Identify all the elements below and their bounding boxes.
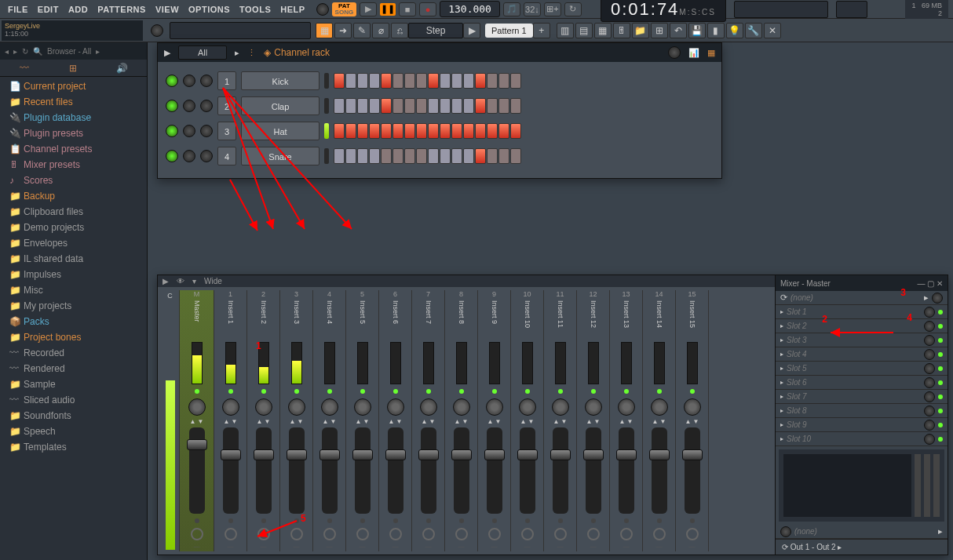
step-0-3[interactable]: [369, 73, 380, 89]
fx-slot-3[interactable]: ▸Slot 3: [776, 333, 948, 347]
menu-view[interactable]: VIEW: [151, 2, 184, 17]
fx-slot-2[interactable]: ▸Slot 2: [776, 319, 948, 333]
input-knob[interactable]: [932, 293, 943, 304]
slot-mix-knob[interactable]: [924, 434, 935, 445]
slot-arrow[interactable]: ▸: [780, 322, 783, 329]
channel-name-2[interactable]: Hat: [241, 122, 319, 140]
browser-tab-3[interactable]: 🔊: [98, 60, 147, 76]
track-mute[interactable]: [558, 518, 563, 523]
arrow-down-icon[interactable]: ▼: [429, 418, 436, 425]
menu-patterns[interactable]: PATTERNS: [93, 2, 151, 17]
arrow-down-icon[interactable]: ▼: [298, 418, 304, 425]
tool-delete[interactable]: ⎌: [391, 23, 408, 38]
tool-render[interactable]: ▮: [707, 23, 725, 38]
track-fader[interactable]: [223, 427, 239, 514]
track-send[interactable]: [191, 528, 203, 540]
step-2-10[interactable]: [451, 123, 462, 139]
play-button[interactable]: ▶: [360, 2, 377, 16]
arrow-down-icon[interactable]: ▼: [396, 418, 403, 425]
pattern-timeline[interactable]: [170, 22, 311, 39]
step-0-13[interactable]: [487, 73, 498, 89]
browser-item-8[interactable]: 📁Clipboard files: [0, 204, 147, 220]
track-fader[interactable]: [421, 427, 436, 514]
browser-item-2[interactable]: 🔌Plugin database: [0, 110, 147, 125]
mixer-wide-label[interactable]: Wide: [204, 277, 222, 285]
track-pan[interactable]: [618, 398, 635, 416]
step-2-4[interactable]: [381, 123, 392, 139]
track-mute[interactable]: [294, 518, 299, 523]
channel-vol-1[interactable]: [200, 100, 213, 112]
channel-vol-0[interactable]: [200, 75, 213, 87]
track-send[interactable]: [620, 528, 633, 540]
step-1-0[interactable]: [334, 98, 345, 114]
step-2-0[interactable]: [334, 123, 345, 139]
arrow-up-icon[interactable]: ▲: [586, 418, 593, 425]
step-2-14[interactable]: [498, 123, 509, 139]
slot-arrow[interactable]: ▸: [780, 421, 783, 428]
tool-undo[interactable]: ↶: [670, 23, 687, 38]
step-0-4[interactable]: [381, 73, 392, 89]
track-send[interactable]: [587, 528, 600, 540]
pat-song-toggle[interactable]: PAT SONG: [332, 2, 357, 16]
browser-item-15[interactable]: 📦Packs: [0, 314, 147, 329]
step-0-2[interactable]: [357, 73, 368, 89]
arrow-up-icon[interactable]: ▲: [389, 418, 395, 425]
tempo-display[interactable]: 130.000: [440, 1, 500, 17]
track-fader[interactable]: [586, 427, 601, 514]
channel-num-0[interactable]: 1: [217, 71, 236, 90]
arrow-down-icon[interactable]: ▼: [495, 418, 502, 425]
mixer-close[interactable]: ✕: [937, 279, 943, 288]
step-3-2[interactable]: [357, 148, 368, 164]
track-fader[interactable]: [322, 427, 338, 514]
cr-swing-knob[interactable]: [668, 46, 681, 59]
slot-enable-led[interactable]: [938, 395, 943, 399]
track-mute[interactable]: [624, 518, 629, 523]
track-send[interactable]: [686, 528, 699, 540]
channel-vol-2[interactable]: [200, 125, 213, 137]
browser-item-0[interactable]: 📄Current project: [0, 78, 147, 94]
browser-item-23[interactable]: 📁Templates: [0, 439, 147, 455]
browser-tab-2[interactable]: ⊞: [49, 60, 97, 76]
track-fader[interactable]: [454, 427, 469, 514]
track-pan[interactable]: [387, 398, 404, 416]
arrow-down-icon[interactable]: ▼: [462, 418, 469, 425]
tool-save[interactable]: 💾: [688, 23, 706, 38]
step-1-12[interactable]: [475, 98, 486, 114]
track-fx[interactable]: —: [294, 543, 300, 550]
metronome-button[interactable]: 🎵: [503, 2, 520, 16]
channel-pan-0[interactable]: [183, 75, 195, 87]
track-enable[interactable]: [624, 389, 629, 394]
slot-enable-led[interactable]: [938, 366, 943, 371]
track-fader[interactable]: [355, 427, 371, 514]
browser-expand[interactable]: ▸: [96, 47, 100, 56]
track-pan[interactable]: [651, 398, 668, 416]
track-send[interactable]: [488, 528, 501, 540]
view-plugin[interactable]: ⊞: [651, 23, 668, 38]
step-2-8[interactable]: [428, 123, 439, 139]
tool-1[interactable]: 💡: [726, 23, 743, 38]
arrow-up-icon[interactable]: ▲: [257, 418, 263, 425]
menu-add[interactable]: ADD: [64, 2, 93, 17]
browser-item-14[interactable]: 📁My projects: [0, 298, 147, 314]
arrow-up-icon[interactable]: ▲: [487, 418, 494, 425]
browser-item-13[interactable]: 📁Misc: [0, 282, 147, 298]
fx-slot-10[interactable]: ▸Slot 10: [776, 432, 948, 446]
slot-arrow[interactable]: ▸: [780, 435, 783, 442]
slot-mix-knob[interactable]: [924, 349, 935, 360]
step-2-2[interactable]: [357, 123, 368, 139]
track-enable[interactable]: [393, 389, 398, 394]
arrow-down-icon[interactable]: ▼: [660, 418, 666, 425]
mixer-track-5[interactable]: 5Insert 5▲▼—: [346, 290, 379, 551]
arrow-down-icon[interactable]: ▼: [363, 418, 370, 425]
channel-name-0[interactable]: Kick: [241, 71, 319, 90]
arrow-down-icon[interactable]: ▼: [627, 418, 634, 425]
track-fader[interactable]: [289, 427, 305, 514]
track-fader[interactable]: [520, 427, 535, 514]
track-enable[interactable]: [360, 389, 365, 394]
channel-pan-1[interactable]: [183, 100, 195, 112]
track-mute[interactable]: [195, 518, 199, 523]
mixer-current[interactable]: C: [161, 290, 180, 551]
track-pan[interactable]: [222, 398, 239, 416]
view-mixer[interactable]: 🎚: [613, 23, 630, 38]
time-display[interactable]: 0:01:74M:S:CS: [601, 0, 726, 22]
